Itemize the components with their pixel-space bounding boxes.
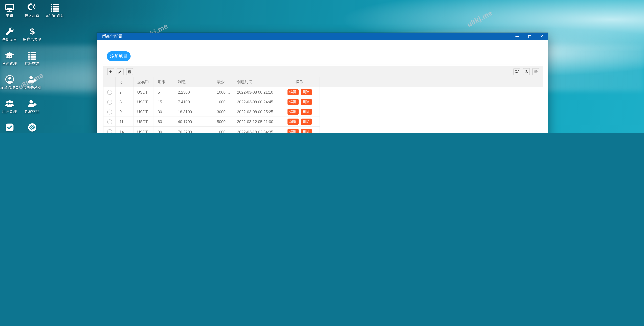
table-cell: 11: [116, 117, 134, 127]
table-cell-select: [104, 117, 116, 127]
table-cell: 1000....: [213, 87, 233, 97]
table-cell-select: [104, 97, 116, 107]
delete-button[interactable]: 删除: [300, 109, 312, 115]
table-cell: 60: [154, 117, 174, 127]
table-cell: 2022-03-08 00:21:10: [233, 87, 279, 97]
window-controls: ✕: [511, 33, 548, 40]
row-radio[interactable]: [107, 129, 112, 133]
table-cell: 90: [154, 127, 174, 133]
table-cell: 2022-03-12 05:21:00: [233, 117, 279, 127]
close-button[interactable]: ✕: [536, 33, 548, 40]
row-radio[interactable]: [107, 109, 112, 114]
table-cell: 15: [154, 97, 174, 107]
table-cell: USDT: [134, 87, 154, 97]
toolbar-delete-button[interactable]: [126, 68, 133, 75]
table-body: 7USDT52.23001000....2022-03-08 00:21:10编…: [104, 87, 543, 133]
edit-pencil-icon: [118, 69, 122, 74]
table-card: + id交易币期限利息最少...创建时间操作 7USDT52.23001000.…: [103, 66, 544, 133]
filter-columns-button[interactable]: [513, 68, 520, 75]
desktop-icon[interactable]: 钱包管理: [18, 122, 46, 133]
edit-button[interactable]: 编辑: [287, 89, 298, 95]
table-cell: 2.2300: [174, 87, 213, 97]
desktop-icon-label: 会员关系图: [18, 85, 46, 89]
table-header-cell: 创建时间: [233, 77, 279, 87]
columns-icon: [515, 69, 519, 74]
content-divider: [103, 64, 544, 64]
table-cell: 9: [116, 107, 134, 117]
table-cell-filler: [320, 107, 543, 117]
edit-button[interactable]: 编辑: [287, 129, 298, 133]
phone-icon: [27, 2, 37, 13]
edit-button[interactable]: 编辑: [287, 109, 298, 115]
export-button[interactable]: [523, 68, 530, 75]
row-radio[interactable]: [107, 90, 112, 94]
table-cell-actions: 编辑删除: [279, 87, 320, 97]
edit-button[interactable]: 编辑: [287, 119, 298, 124]
row-radio[interactable]: [107, 99, 112, 104]
table-header-cell: id: [116, 77, 134, 87]
app-window: 币赢宝配置 ✕ 添加项目 +: [97, 33, 548, 133]
table-cell: 14: [116, 127, 134, 133]
desktop-icon[interactable]: 元宇宙购买: [40, 2, 69, 18]
table-cell: 30: [154, 107, 174, 117]
delete-button[interactable]: 删除: [300, 99, 312, 105]
export-icon: [524, 69, 529, 74]
wrench-icon: [4, 26, 14, 36]
desktop-icon-label: 元宇宙购买: [40, 13, 69, 18]
table-cell-actions: 编辑删除: [279, 107, 320, 117]
table-cell: 7: [116, 87, 134, 97]
add-project-button[interactable]: 添加项目: [107, 51, 131, 61]
list-icon: [50, 2, 60, 13]
table-cell: 1000...: [213, 127, 233, 133]
user-plus-icon: [27, 98, 37, 109]
window-titlebar[interactable]: 币赢宝配置 ✕: [97, 33, 548, 40]
desktop-icon[interactable]: 期权交易: [18, 98, 46, 113]
row-radio[interactable]: [107, 119, 112, 124]
dollar-icon: [27, 26, 37, 36]
table-cell-select: [104, 87, 116, 97]
print-button[interactable]: [532, 68, 540, 75]
delete-button[interactable]: 删除: [300, 89, 312, 95]
gem-icon: [27, 122, 37, 133]
table-row: 14USDT9070.27001000...2022-03-18 02:34:3…: [104, 127, 543, 133]
table-cell-filler: [320, 87, 543, 97]
table-row: 9USDT3018.31003000...2022-03-08 00:25:25…: [104, 107, 543, 117]
maximize-button[interactable]: [523, 33, 536, 40]
maximize-icon: [528, 35, 531, 38]
minimize-button[interactable]: [511, 33, 523, 40]
table-cell-filler: [320, 117, 543, 127]
desktop-icon[interactable]: 用户风险率: [18, 26, 46, 41]
user-circle-icon: [4, 74, 14, 85]
table-cell: USDT: [134, 107, 154, 117]
list-icon: [27, 50, 37, 60]
user-plus-icon: [27, 74, 37, 85]
trash-icon: [127, 69, 132, 74]
desktop-icon[interactable]: 杠杆交易: [18, 50, 46, 65]
table-row: 11USDT6040.17005000...2022-03-12 05:21:0…: [104, 117, 543, 127]
table-cell: 70.2700: [174, 127, 213, 133]
table-header-cell: 利息: [174, 77, 213, 87]
desktop: u8kj.meu8kj.meu8kj.meu8kj.meu8kj.meu8kj.…: [0, 0, 644, 133]
toolbar-edit-button[interactable]: [117, 68, 124, 75]
table-cell: 40.1700: [174, 117, 213, 127]
desktop-icon-label: 期权交易: [18, 109, 46, 113]
table-header-cell: 最少...: [213, 77, 233, 87]
close-icon: ✕: [540, 34, 543, 38]
table-cell-actions: 编辑删除: [279, 117, 320, 127]
delete-button[interactable]: 删除: [300, 129, 312, 133]
desktop-icon[interactable]: 会员关系图: [18, 74, 46, 89]
table-cell-filler: [320, 97, 543, 107]
users-icon: [4, 98, 14, 109]
table-cell: 2022-03-18 02:34:35: [233, 127, 279, 133]
minimize-icon: [515, 36, 519, 37]
table-cell: 18.3100: [174, 107, 213, 117]
add-icon: +: [109, 69, 112, 74]
delete-button[interactable]: 删除: [300, 119, 312, 124]
edit-button[interactable]: 编辑: [287, 99, 298, 105]
table-cell-actions: 编辑删除: [279, 127, 320, 133]
table-cell-filler: [320, 127, 543, 133]
table-header-cell: 交易币: [134, 77, 154, 87]
table-row: 8USDT157.41001000...2022-03-08 00:24:45编…: [104, 97, 543, 107]
check-icon: [4, 122, 14, 133]
toolbar-add-button[interactable]: +: [107, 68, 114, 75]
